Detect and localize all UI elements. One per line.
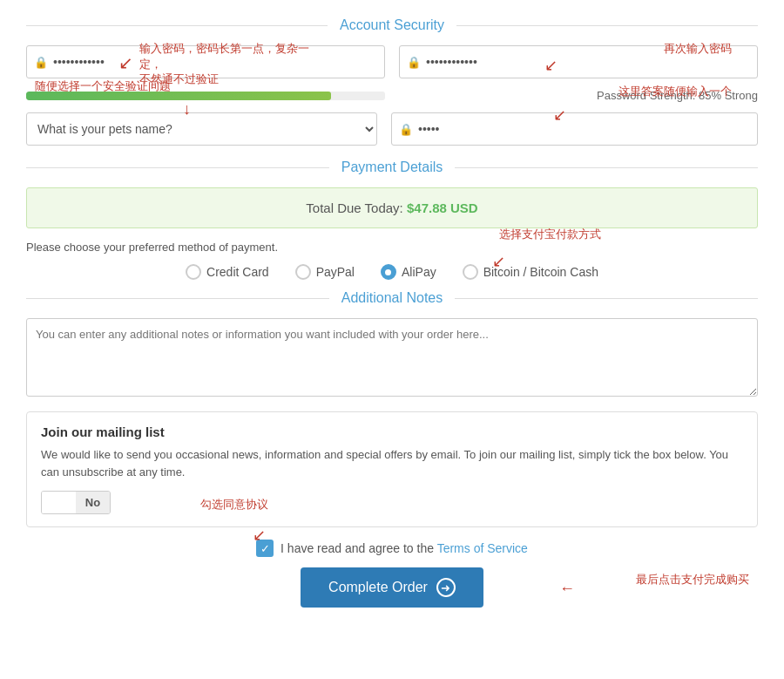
payment-option-paypal[interactable]: PayPal bbox=[295, 264, 355, 280]
mailing-toggle[interactable]: No bbox=[41, 491, 111, 514]
confirm-password-input-group[interactable]: 🔒 bbox=[399, 45, 758, 78]
notes-line-right bbox=[455, 298, 758, 299]
lock-icon-confirm: 🔒 bbox=[407, 56, 421, 69]
security-question-row: What is your pets name? What is your mot… bbox=[26, 112, 758, 146]
header-line-left bbox=[26, 25, 328, 26]
complete-order-arrow-icon: ➜ bbox=[436, 578, 456, 597]
toggle-yes[interactable] bbox=[42, 492, 76, 513]
confirm-password-input[interactable] bbox=[426, 55, 750, 69]
strength-bar bbox=[26, 92, 385, 100]
payment-option-bitcoin[interactable]: Bitcoin / Bitcoin Cash bbox=[463, 264, 598, 280]
total-due-amount: $47.88 USD bbox=[407, 200, 478, 215]
arrow-complete: ← bbox=[559, 580, 575, 598]
payment-details-header: Payment Details bbox=[26, 160, 758, 175]
strength-bar-fill bbox=[26, 92, 331, 100]
payment-description: Please choose your preferred method of p… bbox=[26, 241, 758, 254]
security-question-select[interactable]: What is your pets name? What is your mot… bbox=[26, 112, 377, 146]
radio-credit-card[interactable] bbox=[186, 264, 201, 280]
payment-option-alipay[interactable]: AliPay bbox=[381, 264, 436, 280]
notes-line-left bbox=[26, 298, 329, 299]
payment-line-right bbox=[455, 167, 758, 168]
lock-icon-answer: 🔒 bbox=[399, 123, 413, 136]
strength-text: Password Strength: 85% Strong bbox=[399, 89, 758, 102]
bitcoin-label: Bitcoin / Bitcoin Cash bbox=[483, 265, 598, 279]
lock-icon-password: 🔒 bbox=[34, 56, 48, 69]
password-input[interactable] bbox=[53, 55, 377, 69]
security-answer-input-group[interactable]: 🔒 bbox=[391, 112, 758, 146]
complete-order-button[interactable]: Complete Order ➜ bbox=[301, 567, 483, 608]
account-security-title: Account Security bbox=[328, 17, 456, 33]
additional-notes-title: Additional Notes bbox=[329, 290, 456, 306]
paypal-label: PayPal bbox=[316, 265, 355, 279]
account-security-header: Account Security bbox=[26, 17, 758, 33]
additional-notes-header: Additional Notes bbox=[26, 290, 758, 306]
tos-checkmark: ✓ bbox=[260, 542, 270, 555]
total-due-box: Total Due Today: $47.88 USD bbox=[26, 187, 758, 228]
tos-link[interactable]: Terms of Service bbox=[437, 541, 528, 555]
toggle-no[interactable]: No bbox=[76, 492, 110, 513]
password-input-group[interactable]: 🔒 bbox=[26, 45, 385, 78]
payment-line-left bbox=[26, 167, 329, 168]
mailing-list-description: We would like to send you occasional new… bbox=[41, 446, 743, 480]
tos-checkbox[interactable]: ✓ bbox=[256, 540, 274, 557]
total-due-label: Total Due Today: bbox=[306, 200, 402, 215]
security-answer-input[interactable] bbox=[418, 122, 750, 136]
mailing-list-box: Join our mailing list We would like to s… bbox=[26, 411, 758, 527]
complete-order-label: Complete Order bbox=[328, 580, 428, 595]
radio-paypal[interactable] bbox=[295, 264, 311, 280]
header-line-right bbox=[456, 25, 758, 26]
payment-details-title: Payment Details bbox=[329, 160, 456, 175]
strength-bar-wrapper bbox=[26, 92, 385, 100]
complete-order-wrapper: Complete Order ➜ 最后点击支付完成购买 ← bbox=[26, 567, 758, 608]
alipay-label: AliPay bbox=[402, 265, 436, 279]
notes-textarea[interactable] bbox=[26, 318, 758, 397]
tos-row: ✓ I have read and agree to the Terms of … bbox=[26, 540, 758, 557]
security-question-select-group[interactable]: What is your pets name? What is your mot… bbox=[26, 112, 377, 146]
tos-text: I have read and agree to the Terms of Se… bbox=[280, 541, 528, 555]
annotation-complete-hint: 最后点击支付完成购买 bbox=[636, 573, 749, 587]
radio-alipay[interactable] bbox=[381, 264, 396, 280]
mailing-list-title: Join our mailing list bbox=[41, 424, 743, 439]
radio-bitcoin[interactable] bbox=[463, 264, 478, 280]
payment-option-credit-card[interactable]: Credit Card bbox=[186, 264, 269, 280]
password-strength-row: Password Strength: 85% Strong bbox=[26, 89, 758, 102]
credit-card-label: Credit Card bbox=[206, 265, 269, 279]
payment-options: Credit Card PayPal AliPay Bitcoin / Bitc… bbox=[26, 264, 758, 280]
password-row: 🔒 🔒 输入密码，密码长第一点，复杂一定， 不然通不过验证 ↙ 再次输入密码 ↙ bbox=[26, 45, 758, 78]
